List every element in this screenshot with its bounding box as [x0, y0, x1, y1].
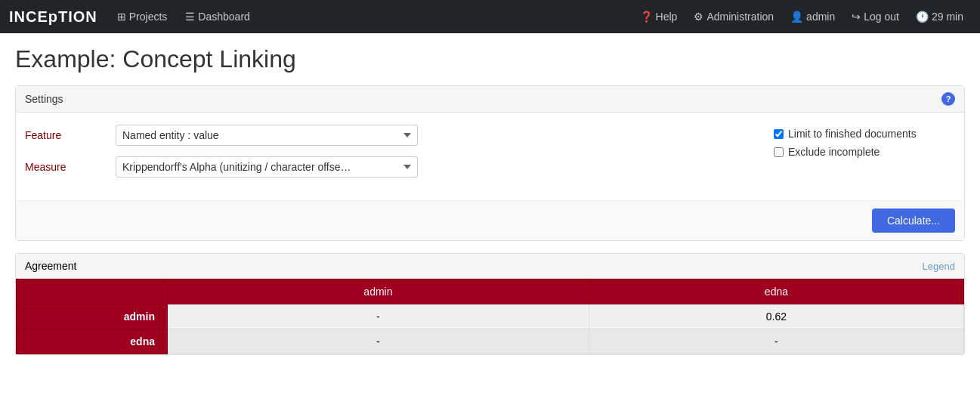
- settings-left: Feature Named entity : value Measure Kr: [25, 125, 744, 188]
- wrench-icon: ⚙: [694, 11, 703, 23]
- measure-select-wrap: Krippendorff's Alpha (unitizing / charac…: [116, 156, 744, 178]
- page-content: Example: Concept Linking Settings ? Feat…: [0, 33, 980, 367]
- help-circle-icon: ❓: [640, 11, 653, 23]
- settings-panel-body: Feature Named entity : value Measure Kr: [16, 113, 964, 200]
- cell-admin-edna: 0.62: [589, 304, 963, 329]
- table-header-admin: admin: [168, 280, 589, 304]
- agreement-heading-label: Agreement: [25, 260, 76, 272]
- checkbox-limit-finished[interactable]: [774, 129, 784, 139]
- row-label-admin: admin: [17, 304, 168, 329]
- nav-help[interactable]: ❓ Help: [632, 6, 685, 27]
- checkbox-exclude-row: Exclude incomplete: [774, 146, 955, 158]
- feature-row: Feature Named entity : value: [25, 125, 744, 146]
- nav-dashboard[interactable]: ☰ Dashboard: [178, 6, 258, 27]
- legend-link[interactable]: Legend: [923, 261, 955, 272]
- nav-session-time: 🕐 29 min: [908, 6, 971, 27]
- settings-panel: Settings ? Feature Named entity : value: [15, 85, 965, 241]
- table-row: edna - -: [17, 329, 964, 354]
- navbar-right: ❓ Help ⚙ Administration 👤 admin ↪ Log ou…: [632, 6, 971, 27]
- measure-label: Measure: [25, 161, 116, 173]
- page-title: Example: Concept Linking: [15, 45, 965, 73]
- table-header-blank: [17, 280, 168, 304]
- checkbox-limit-row: Limit to finished documents: [774, 128, 955, 140]
- app-brand[interactable]: INCEpTION: [9, 8, 97, 26]
- logout-icon: ↪: [852, 11, 861, 23]
- cell-edna-admin: -: [168, 329, 589, 354]
- feature-label: Feature: [25, 129, 116, 141]
- navbar: INCEpTION ⊞ Projects ☰ Dashboard ❓ Help …: [0, 0, 980, 33]
- nav-links: ⊞ Projects ☰ Dashboard: [110, 6, 632, 27]
- checkbox-exclude-incomplete[interactable]: [774, 147, 784, 157]
- clock-icon: 🕐: [916, 11, 929, 23]
- table-header-edna: edna: [589, 280, 963, 304]
- settings-heading-label: Settings: [25, 93, 63, 105]
- settings-right: Limit to finished documents Exclude inco…: [744, 125, 955, 158]
- nav-projects[interactable]: ⊞ Projects: [110, 6, 175, 27]
- agreement-panel: Agreement Legend admin edna admin - 0.62…: [15, 253, 965, 355]
- feature-select-wrap: Named entity : value: [116, 125, 744, 146]
- grid-icon: ⊞: [117, 11, 126, 23]
- measure-row: Measure Krippendorff's Alpha (unitizing …: [25, 156, 744, 178]
- cell-admin-admin: -: [168, 304, 589, 329]
- calculate-button[interactable]: Calculate...: [872, 208, 955, 233]
- settings-help-icon[interactable]: ?: [941, 92, 955, 106]
- measure-select[interactable]: Krippendorff's Alpha (unitizing / charac…: [116, 156, 418, 178]
- user-icon: 👤: [790, 11, 803, 23]
- row-label-edna: edna: [17, 329, 168, 354]
- action-bar: Calculate...: [16, 200, 964, 240]
- checkbox-exclude-label: Exclude incomplete: [788, 146, 880, 158]
- agreement-table: admin edna admin - 0.62 edna - -: [16, 279, 964, 354]
- settings-layout: Feature Named entity : value Measure Kr: [25, 125, 955, 188]
- table-header-row: admin edna: [17, 280, 964, 304]
- nav-admin-user[interactable]: 👤 admin: [783, 6, 842, 27]
- cell-edna-edna: -: [589, 329, 963, 354]
- settings-panel-heading: Settings ?: [16, 86, 964, 113]
- list-icon: ☰: [185, 11, 195, 23]
- agreement-heading: Agreement Legend: [16, 254, 964, 279]
- nav-logout[interactable]: ↪ Log out: [844, 6, 907, 27]
- nav-administration[interactable]: ⚙ Administration: [686, 6, 781, 27]
- table-row: admin - 0.62: [17, 304, 964, 329]
- checkbox-limit-label: Limit to finished documents: [788, 128, 917, 140]
- feature-select[interactable]: Named entity : value: [116, 125, 418, 146]
- checkboxes-col: Limit to finished documents Exclude inco…: [774, 128, 955, 158]
